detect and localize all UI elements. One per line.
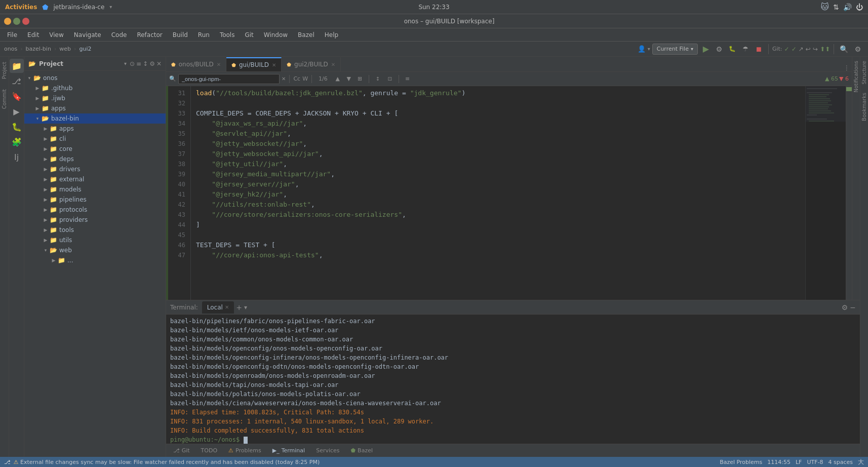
breadcrumb-gui2[interactable]: gui2 (79, 46, 91, 52)
tree-item-apps[interactable]: ▶ 📁 apps (24, 124, 166, 134)
git-redo[interactable]: ↪ (813, 46, 818, 53)
menu-code[interactable]: Code (107, 30, 131, 40)
panel-close-btn[interactable]: ✕ (156, 60, 162, 67)
menu-file[interactable]: File (3, 30, 21, 40)
tree-item-models[interactable]: ▶ 📁 models (24, 184, 166, 194)
tab-overflow-btn[interactable]: ⋮ (842, 64, 852, 71)
user-icon[interactable]: 👤 (638, 45, 646, 53)
tree-item-external[interactable]: ▶ 📁 external (24, 174, 166, 184)
menu-git[interactable]: Git (241, 30, 257, 40)
activity-intellij[interactable]: Ij (10, 150, 24, 164)
tree-item-providers[interactable]: ▶ 📁 providers (24, 215, 166, 225)
search-close-btn[interactable]: ✕ (282, 76, 286, 82)
tab-gui2-build[interactable]: ⬟ gui2/BUILD ✕ (282, 57, 341, 71)
add-terminal-btn[interactable]: + (236, 303, 242, 312)
preserve-case-btn[interactable]: ↕ (373, 74, 383, 84)
term-local-close[interactable]: ✕ (225, 304, 229, 310)
git-undo[interactable]: ↩ (806, 46, 811, 53)
tree-root-onos[interactable]: ▾ 📂 onos (24, 73, 166, 83)
user-dropdown[interactable]: ▾ (648, 46, 650, 52)
tab-terminal[interactable]: ▶_ Terminal (268, 446, 309, 456)
activity-run[interactable]: ▶ (10, 104, 24, 119)
tab-services[interactable]: Services (312, 446, 343, 456)
current-file-dropdown[interactable]: Current File ▾ (652, 44, 698, 55)
status-chinese-icon[interactable]: 大 (858, 458, 864, 466)
activity-plugins[interactable]: 🧩 (10, 135, 24, 149)
tab-onos-build[interactable]: ⬟ onos/BUILD ✕ (166, 57, 226, 71)
locate-file-btn[interactable]: ⊙ (130, 60, 135, 67)
settings-btn[interactable]: ⚙ (852, 43, 864, 55)
breadcrumb-onos[interactable]: onos (4, 46, 17, 52)
tab-gui2-build-close[interactable]: ✕ (331, 62, 335, 67)
wrap-around-btn[interactable]: ⊡ (385, 74, 395, 84)
run-coverage[interactable]: ☂ (739, 43, 752, 55)
menu-refactor[interactable]: Refactor (133, 30, 166, 40)
tree-item-tools[interactable]: ▶ 📁 tools (24, 225, 166, 235)
power-icon[interactable]: ⏻ (856, 3, 863, 11)
activity-project[interactable]: 📁 (10, 59, 24, 73)
tree-item-deps[interactable]: ▶ 📁 deps (24, 154, 166, 164)
tab-gui-build-close[interactable]: ✕ (272, 62, 276, 68)
status-encoding[interactable]: UTF-8 (807, 459, 823, 465)
activity-git[interactable]: ⎇ (10, 74, 24, 88)
side-tab-notifications[interactable]: Notifications (852, 57, 860, 97)
menu-tools[interactable]: Tools (216, 30, 239, 40)
breadcrumb-bazel-bin[interactable]: bazel-bin (26, 46, 51, 52)
menu-build[interactable]: Build (169, 30, 192, 40)
filter-btn[interactable]: ≡ (403, 74, 413, 84)
tree-item-web-child[interactable]: ▶ 📁 ... (24, 255, 166, 265)
activity-debug[interactable]: 🐛 (10, 120, 24, 134)
app-name[interactable]: jetbrains-idea-ce (54, 4, 105, 11)
git-push[interactable]: ⬆⬆ (820, 46, 830, 53)
maximize-btn[interactable] (13, 18, 20, 25)
tree-item-utils[interactable]: ▶ 📁 utils (24, 235, 166, 245)
expand-search-btn[interactable]: ⊞ (355, 74, 365, 84)
status-git-icon[interactable]: ⎇ (4, 459, 11, 465)
minimize-btn[interactable] (4, 18, 11, 25)
menu-navigate[interactable]: Navigate (70, 30, 105, 40)
tree-item-protocols[interactable]: ▶ 📁 protocols (24, 205, 166, 215)
tree-item-github[interactable]: ▶ 📁 .github (24, 83, 166, 93)
match-case-btn[interactable]: Cc (293, 75, 300, 82)
prev-match-btn[interactable]: ▲ (333, 74, 343, 84)
search-input[interactable] (178, 74, 280, 84)
menu-view[interactable]: View (45, 30, 67, 40)
code-editor[interactable]: 31 32 33 34 35 36 37 38 39 40 41 42 (166, 86, 852, 300)
menu-run[interactable]: Run (194, 30, 214, 40)
tree-item-ijwb[interactable]: ▶ 📁 .ijwb (24, 93, 166, 103)
tree-item-pipelines[interactable]: ▶ 📁 pipelines (24, 194, 166, 205)
tab-todo[interactable]: TODO (197, 446, 222, 456)
menu-help[interactable]: Help (321, 30, 342, 40)
minimap[interactable] (805, 86, 846, 300)
tree-item-bazel-bin[interactable]: ▾ 📂 bazel-bin (24, 113, 166, 124)
tree-item-apps-root[interactable]: ▶ 📁 apps (24, 103, 166, 113)
structure-label[interactable]: Structure (860, 57, 868, 89)
run-btn[interactable]: ▶ (700, 43, 712, 55)
activity-bookmark[interactable]: 🔖 (10, 89, 24, 103)
run-options[interactable]: ⚙ (713, 43, 725, 55)
terminal-content[interactable]: bazel-bin/pipelines/fabric/onos-pipeline… (166, 315, 860, 444)
terminal-minimize-btn[interactable]: − (850, 303, 856, 312)
menu-edit[interactable]: Edit (23, 30, 43, 40)
tree-item-drivers[interactable]: ▶ 📁 drivers (24, 164, 166, 174)
app-menu-arrow[interactable]: ▾ (109, 4, 112, 10)
git-check1[interactable]: ✓ (784, 46, 790, 53)
status-line-info[interactable]: 1114:55 (767, 459, 791, 465)
tab-problems[interactable]: ⚠ Problems (224, 446, 265, 456)
panel-settings-btn[interactable]: ⚙ (149, 60, 155, 67)
tab-onos-build-close[interactable]: ✕ (217, 62, 221, 67)
run-stop[interactable]: ⏹ (753, 43, 765, 55)
menu-bazel[interactable]: Bazel (294, 30, 319, 40)
terminal-dropdown-btn[interactable]: ▾ (244, 304, 247, 311)
tree-item-core[interactable]: ▶ 📁 core (24, 144, 166, 154)
tab-gui-build[interactable]: ⬟ gui/BUILD ✕ (226, 57, 282, 71)
run-debug[interactable]: 🐛 (726, 43, 738, 55)
tab-bazel[interactable]: ⬟ Bazel (347, 446, 377, 456)
collapse-all-btn[interactable]: ≡ (136, 60, 141, 67)
bookmarks-label[interactable]: Bookmarks (860, 89, 868, 125)
side-tab-commit[interactable]: Commit (1, 84, 8, 114)
whole-word-btn[interactable]: W (302, 75, 308, 82)
search-everywhere[interactable]: 🔍 (838, 43, 850, 55)
next-match-btn[interactable]: ▼ (344, 74, 354, 84)
terminal-settings-btn[interactable]: ⚙ (842, 303, 848, 312)
